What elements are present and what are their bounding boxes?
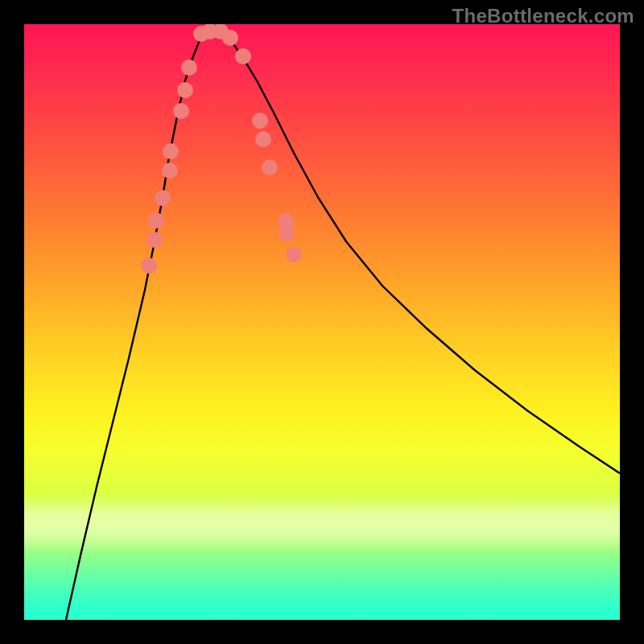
chart-frame: TheBottleneck.com	[0, 0, 644, 644]
watermark-text: TheBottleneck.com	[452, 5, 634, 27]
plot-area	[24, 24, 620, 620]
curves-svg	[24, 24, 620, 620]
data-dot	[222, 30, 238, 46]
data-dot	[163, 143, 179, 159]
data-dot	[181, 60, 197, 76]
data-dot	[252, 113, 268, 129]
dots-group	[141, 24, 302, 274]
data-dot	[155, 190, 171, 206]
data-dot	[147, 232, 163, 248]
data-dot	[262, 159, 278, 175]
data-dot	[255, 131, 271, 147]
data-dot	[148, 213, 164, 229]
data-dot	[141, 258, 157, 274]
data-dot	[162, 163, 178, 179]
data-dot	[286, 246, 302, 262]
data-dot	[279, 225, 295, 242]
data-dot	[235, 48, 251, 64]
data-dot	[177, 82, 193, 98]
data-dot	[173, 103, 189, 119]
left-curve	[66, 32, 205, 620]
right-curve	[221, 32, 620, 473]
